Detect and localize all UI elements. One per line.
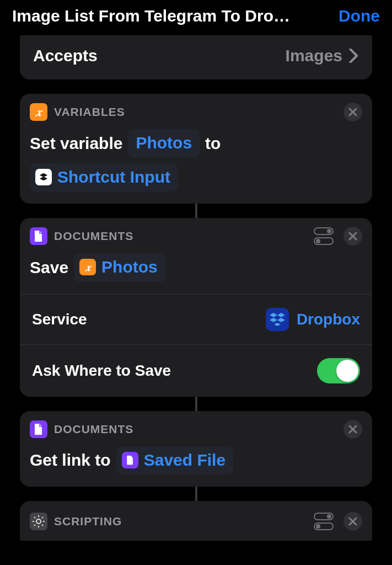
delete-action-button[interactable]	[343, 227, 362, 246]
delete-action-button[interactable]	[343, 512, 362, 531]
service-row[interactable]: Service Dropbox	[20, 294, 372, 344]
action-list: Accepts Images 𝑥 VARIABLES	[0, 35, 392, 541]
accepts-value: Images	[286, 46, 342, 65]
shortcut-title: Image List From Telegram To Dro…	[12, 7, 290, 25]
close-icon	[348, 232, 357, 241]
save-file-action-card: DOCUMENTS Save 𝑥 Photos	[20, 218, 372, 397]
documents-icon	[30, 420, 47, 438]
get-link-action-card: DOCUMENTS Get link to Saved File	[20, 411, 372, 487]
ask-where-toggle[interactable]	[317, 358, 360, 383]
editor-header: Image List From Telegram To Dro… Done	[0, 0, 392, 35]
chevron-right-icon	[349, 49, 359, 63]
svg-line-5	[34, 517, 35, 518]
accepts-row[interactable]: Accepts Images	[20, 35, 372, 79]
layers-icon	[35, 169, 52, 185]
close-icon	[348, 108, 357, 116]
shortcut-input-token[interactable]: Shortcut Input	[30, 163, 178, 192]
category-label: SCRIPTING	[54, 515, 122, 528]
set-variable-text: Set variable	[30, 131, 122, 157]
accepts-label: Accepts	[33, 46, 98, 65]
ask-where-to-save-row: Ask Where to Save	[20, 344, 372, 397]
variables-action-card: 𝑥 VARIABLES Set variable Photos to	[20, 94, 372, 204]
saved-file-token[interactable]: Saved File	[116, 446, 233, 475]
svg-point-0	[36, 519, 41, 524]
scripting-icon	[30, 513, 47, 530]
svg-line-6	[42, 525, 43, 526]
accepts-card: Accepts Images	[20, 35, 372, 79]
to-text: to	[205, 131, 221, 157]
delete-action-button[interactable]	[343, 420, 362, 439]
file-icon	[122, 452, 138, 468]
variables-icon: 𝑥	[30, 103, 47, 121]
close-icon	[348, 517, 357, 526]
service-value: Dropbox	[297, 311, 360, 328]
get-link-text: Get link to	[30, 447, 111, 473]
svg-line-8	[42, 517, 43, 518]
ask-where-label: Ask Where to Save	[32, 362, 171, 380]
collapse-options-button[interactable]	[314, 227, 336, 245]
connector-line	[195, 397, 197, 411]
variable-name-token[interactable]: Photos	[128, 129, 200, 158]
save-text: Save	[30, 255, 68, 281]
category-label: DOCUMENTS	[54, 230, 133, 243]
photos-variable-token[interactable]: 𝑥 Photos	[74, 253, 165, 282]
svg-line-7	[34, 525, 35, 526]
delete-action-button[interactable]	[343, 103, 362, 121]
done-button[interactable]: Done	[339, 7, 380, 25]
service-label: Service	[32, 311, 87, 328]
connector-line	[195, 204, 197, 218]
variable-x-icon: 𝑥	[79, 259, 96, 275]
collapse-options-button[interactable]	[314, 513, 336, 530]
scripting-action-card: SCRIPTING	[20, 501, 372, 541]
dropbox-icon	[266, 308, 289, 331]
documents-icon	[30, 227, 47, 245]
connector-line	[195, 487, 197, 501]
category-label: DOCUMENTS	[54, 423, 133, 436]
close-icon	[348, 425, 357, 434]
category-label: VARIABLES	[54, 105, 125, 119]
